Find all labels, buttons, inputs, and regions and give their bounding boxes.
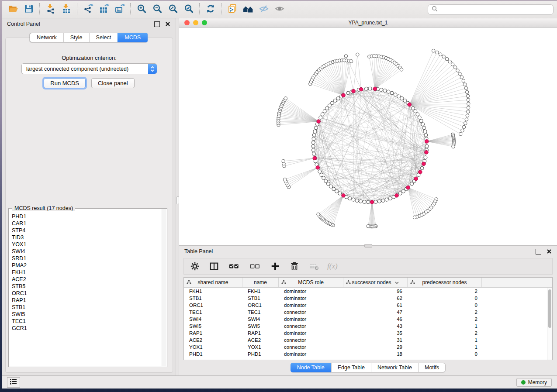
graph-satellite-node[interactable] [467,110,470,113]
delete-table-icon[interactable] [309,261,319,271]
mcds-result-item[interactable]: TEC1 [12,318,162,325]
mcds-result-item[interactable]: ORC1 [12,290,162,297]
search-input[interactable] [440,6,550,13]
export-network-button[interactable] [80,3,96,16]
houses-button[interactable] [240,3,256,16]
graph-satellite-node[interactable] [284,97,287,100]
refresh-button[interactable] [203,3,218,16]
graph-node[interactable] [355,199,359,203]
mcds-result-item[interactable]: RAP1 [12,297,162,304]
table-tab-node-table[interactable]: Node Table [291,363,332,372]
vertical-splitter[interactable] [176,18,179,375]
graph-node[interactable] [346,91,350,95]
graph-node[interactable] [419,119,423,123]
export-image-button[interactable] [112,3,128,16]
function-builder-icon[interactable]: f(x) [327,262,338,271]
graph-node[interactable] [329,185,332,188]
graph-satellite-node[interactable] [317,213,320,216]
graph-node[interactable] [338,192,342,195]
graph-hub-node[interactable] [313,156,317,160]
table-row[interactable]: PHD1PHD1dominator180 [184,351,552,358]
delete-column-icon[interactable] [290,261,299,271]
graph-hub-node[interactable] [425,151,429,155]
mcds-result-item[interactable]: TID3 [12,234,162,241]
graph-satellite-node[interactable] [282,159,285,163]
table-scrollbar[interactable] [547,288,552,360]
graph-node[interactable] [326,182,330,186]
graph-satellite-node[interactable] [442,55,446,58]
graph-satellite-node[interactable] [462,125,466,129]
network-canvas[interactable] [179,28,557,245]
mcds-result-item[interactable]: SRD1 [12,255,162,262]
graph-node[interactable] [321,113,324,116]
graph-node[interactable] [423,130,427,133]
select-all-icon[interactable] [228,261,240,271]
graph-node[interactable] [364,87,368,90]
table-row[interactable]: SWI4SWI4dominator462 [184,316,552,323]
graph-hub-node[interactable] [317,120,321,124]
mcds-result-item[interactable]: STB1 [12,304,162,311]
graph-node[interactable] [363,200,366,203]
graph-satellite-node[interactable] [439,53,442,56]
graph-node[interactable] [397,95,401,98]
graph-satellite-node[interactable] [413,216,416,219]
graph-node[interactable] [418,116,421,119]
deselect-all-icon[interactable] [249,261,261,271]
tab-select[interactable]: Select [90,33,118,42]
graph-satellite-node[interactable] [464,86,468,90]
graph-satellite-node[interactable] [466,114,469,117]
graph-node[interactable] [331,101,334,105]
gear-icon[interactable] [190,261,200,271]
graph-satellite-node[interactable] [466,94,470,98]
graph-node[interactable] [352,198,355,201]
mcds-result-item[interactable]: STP4 [12,227,162,234]
graph-node[interactable] [425,144,429,148]
close-table-panel-icon[interactable] [547,249,552,254]
graph-satellite-node[interactable] [460,76,464,79]
tab-mcds[interactable]: MCDS [118,33,148,42]
column-header-name[interactable]: name [242,278,279,287]
graph-node[interactable] [388,197,392,200]
mcds-result-item[interactable]: PHD1 [12,213,162,220]
import-table-button[interactable] [59,3,74,16]
graph-node[interactable] [380,88,383,92]
graph-node[interactable] [424,134,428,137]
graph-hub-node[interactable] [422,162,426,166]
graph-node[interactable] [311,144,315,148]
hide-selected-button[interactable] [256,3,272,16]
table-tab-edge-table[interactable]: Edge Table [332,363,371,372]
graph-node[interactable] [332,187,336,191]
graph-satellite-node[interactable] [463,83,467,86]
tab-style[interactable]: Style [64,33,90,42]
clone-network-button[interactable] [225,3,240,16]
column-header-predecessor-nodes[interactable]: predecessor nodes [408,278,482,287]
graph-satellite-node[interactable] [458,72,462,76]
zoom-fit-button[interactable] [165,3,181,16]
mcds-result-item[interactable]: GCR1 [12,325,162,332]
graph-node[interactable] [381,199,385,203]
graph-node[interactable] [421,123,425,126]
mcds-result-item[interactable]: FKH1 [12,269,162,276]
float-panel-button[interactable] [154,21,160,27]
horizontal-splitter-grip[interactable] [364,244,372,248]
graph-satellite-node[interactable] [467,102,471,106]
graph-node[interactable] [312,152,315,155]
graph-node[interactable] [422,126,426,130]
graph-node[interactable] [420,166,424,170]
graph-satellite-node[interactable] [436,51,439,54]
mcds-list-scrollbar[interactable] [162,209,166,366]
graph-node[interactable] [398,192,402,195]
show-all-button[interactable] [272,3,287,16]
graph-node[interactable] [414,110,417,113]
maximize-window-button[interactable] [202,20,207,25]
graph-node[interactable] [390,91,394,95]
graph-satellite-node[interactable] [448,60,452,63]
graph-node[interactable] [387,90,390,93]
graph-node[interactable] [416,113,419,116]
graph-hub-node[interactable] [419,170,422,174]
graph-node[interactable] [385,198,388,201]
graph-node[interactable] [313,130,317,133]
graph-satellite-node[interactable] [400,68,403,72]
table-row[interactable]: ACE2ACE2connector311 [184,337,552,344]
mcds-result-item[interactable]: STB5 [12,283,162,290]
